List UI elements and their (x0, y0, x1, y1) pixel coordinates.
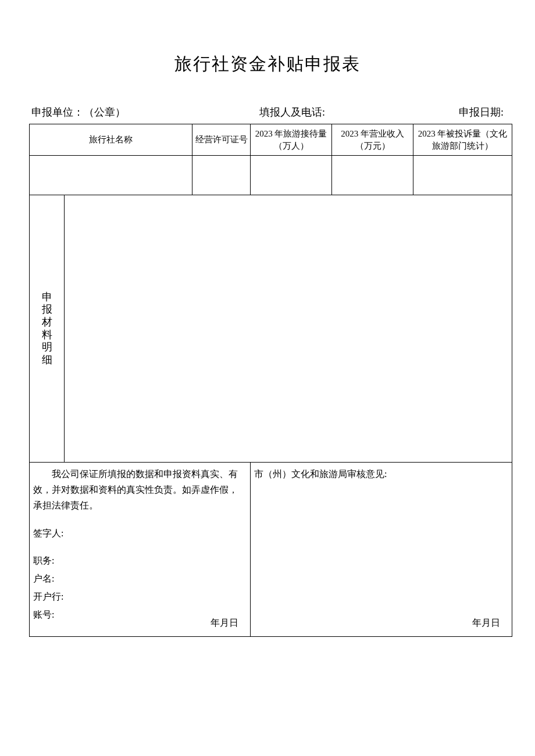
header-row: 申报单位：（公章） 填报人及电话: 申报日期: (29, 105, 506, 119)
table-data-row (30, 156, 512, 195)
cell-complaints[interactable] (413, 156, 512, 195)
declaration-date: 年月日 (211, 615, 238, 630)
account-name-label: 户名: (33, 571, 247, 586)
header-agency-name: 旅行社名称 (30, 124, 192, 156)
table-header-row: 旅行社名称 经营许可证号 2023 年旅游接待量（万人） 2023 年营业收入（… (30, 124, 512, 156)
cell-revenue[interactable] (332, 156, 413, 195)
cell-license-no[interactable] (192, 156, 251, 195)
application-table: 旅行社名称 经营许可证号 2023 年旅游接待量（万人） 2023 年营业收入（… (29, 124, 512, 637)
cell-reception[interactable] (251, 156, 332, 195)
materials-content[interactable] (65, 195, 512, 463)
signer-label: 签字人: (33, 525, 247, 541)
declaration-cell: 我公司保证所填报的数据和申报资料真实、有效，并对数据和资料的真实性负责。如弄虚作… (30, 463, 251, 637)
declaration-row: 我公司保证所填报的数据和申报资料真实、有效，并对数据和资料的真实性负责。如弄虚作… (30, 463, 512, 637)
header-reception: 2023 年旅游接待量（万人） (251, 124, 332, 156)
declaration-text: 我公司保证所填报的数据和申报资料真实、有效，并对数据和资料的真实性负责。如弄虚作… (33, 466, 247, 514)
page-title: 旅行社资金补贴申报表 (29, 52, 506, 76)
date-label: 申报日期: (459, 105, 504, 119)
filler-label: 填报人及电话: (259, 105, 325, 119)
unit-label: 申报单位：（公章） (31, 105, 126, 119)
materials-label: 申报材料明细 (30, 195, 65, 463)
review-date: 年月日 (472, 615, 500, 630)
bank-label: 开户行: (33, 589, 247, 604)
cell-agency-name[interactable] (30, 156, 192, 195)
header-revenue: 2023 年营业收入（万元） (332, 124, 413, 156)
header-license-no: 经营许可证号 (192, 124, 251, 156)
materials-row: 申报材料明细 (30, 195, 512, 463)
review-cell: 市（州）文化和旅游局审核意见: 年月日 (251, 463, 512, 637)
position-label: 职务: (33, 553, 247, 568)
header-complaints: 2023 年被投诉量（文化旅游部门统计） (413, 124, 512, 156)
review-label: 市（州）文化和旅游局审核意见: (254, 466, 508, 482)
